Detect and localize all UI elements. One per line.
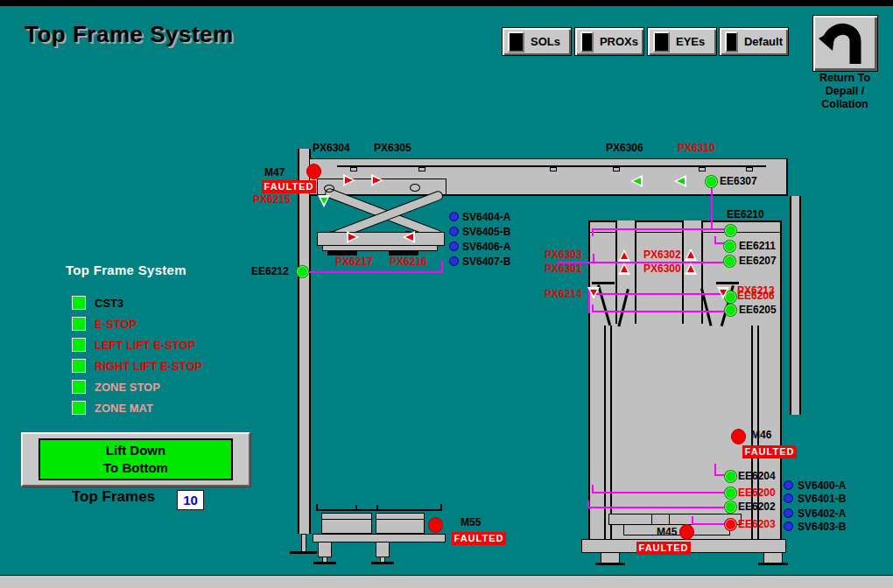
status-item-label: ZONE STOP	[95, 381, 160, 394]
m55-motor-indicator	[428, 517, 443, 533]
conveyor-rail-tab	[316, 504, 318, 511]
px6306-sensor-arrow	[629, 174, 643, 188]
conveyor-rail-tab	[440, 504, 442, 511]
proxs-lamp-icon	[580, 32, 594, 52]
label-ee6210: EE6210	[727, 208, 764, 220]
status-item-label: ZONE MAT	[95, 402, 153, 415]
px6217-sensor-arrow	[346, 230, 360, 244]
label-ee6307: EE6307	[720, 175, 757, 187]
sv6403-b-indicator	[784, 522, 793, 531]
toolbar-button-label: SOLs	[531, 35, 560, 48]
label-ee6200: EE6200	[738, 486, 776, 499]
lift-status-line1: Lift Down	[106, 442, 165, 459]
toolbar-button-label: EYEs	[676, 35, 705, 48]
label-px6310: PX6310	[678, 142, 715, 154]
return-button[interactable]	[812, 15, 878, 72]
rail-trolley-hook	[550, 167, 557, 172]
left-mast-rod	[301, 534, 306, 552]
conveyor-roller-line	[321, 519, 372, 520]
sensor-wire	[592, 304, 594, 312]
sensor-wire	[692, 516, 693, 524]
label-px6304: PX6304	[313, 142, 350, 154]
label-sv6402-a: SV6402-A	[798, 508, 846, 520]
sensor-wire	[714, 464, 716, 475]
scissor-platform	[317, 232, 445, 246]
sv6404-a-indicator	[449, 212, 459, 221]
right-guide-post	[790, 196, 801, 415]
toolbar-button-label: PROXs	[600, 35, 638, 48]
toolbar-button-eyes[interactable]: EYEs	[647, 27, 717, 56]
machine-foot	[758, 563, 788, 565]
ee6211-indicator	[724, 241, 735, 252]
label-px6305: PX6305	[374, 142, 411, 154]
toolbar-button-default[interactable]: Default	[719, 27, 789, 56]
window-bottom-strip	[0, 575, 893, 588]
status-panel-title: Top Frame System	[66, 262, 186, 277]
label-sv6406-a: SV6406-A	[462, 241, 510, 253]
status-item-label: E-STOP	[95, 318, 137, 331]
u-turn-arrow-icon	[813, 16, 874, 66]
label-px6214: PX6214	[545, 288, 582, 300]
toolbar-button-sols[interactable]: SOLs	[502, 27, 572, 56]
funnel-bracket-right	[716, 282, 739, 284]
machine-foot	[595, 563, 625, 565]
label-m46: M46	[751, 429, 771, 441]
sv6400-a-indicator	[784, 480, 793, 490]
ee6307-indicator	[706, 176, 717, 187]
return-button-caption: Return ToDepall /Collation	[807, 72, 882, 111]
window-top-bar	[0, 0, 893, 6]
conveyor-foot	[371, 562, 394, 564]
ee6203-indicator	[725, 519, 736, 530]
faulted-tag: FAULTED	[262, 180, 316, 193]
sensor-wire	[692, 523, 726, 525]
px6213-sensor-arrow	[716, 286, 730, 300]
scissor-pivot	[410, 184, 420, 192]
toolbar-button-proxs[interactable]: PROXs	[574, 27, 644, 56]
label-px6306: PX6306	[606, 142, 643, 154]
label-sv6407-b: SV6407-B	[462, 256, 510, 268]
eyes-lamp-icon	[653, 32, 670, 52]
status-indicator-square	[72, 359, 86, 373]
ee6212-indicator	[297, 266, 308, 277]
px6304-sensor-arrow	[342, 173, 356, 187]
ee6210-indicator	[725, 225, 736, 236]
px6310-sensor-arrow	[673, 174, 687, 188]
top-frames-value: 10	[177, 490, 204, 510]
toolbar-button-label: Default	[744, 35, 783, 48]
sols-lamp-icon	[508, 32, 524, 52]
px6302-sensor-arrow	[684, 248, 698, 262]
m45-motor-indicator	[679, 524, 694, 540]
left-mast-column	[298, 149, 311, 534]
sensor-wire	[592, 492, 727, 494]
label-sv6403-b: SV6403-B	[798, 521, 846, 533]
px6300-sensor-arrow	[684, 262, 698, 276]
sv6406-a-indicator	[449, 242, 459, 251]
rail-trolley-hook	[350, 167, 357, 172]
sv6405-b-indicator	[449, 227, 459, 236]
label-ee6202: EE6202	[738, 500, 776, 513]
px6301-sensor-arrow	[617, 262, 631, 276]
lift-status-line2: To Bottom	[103, 459, 168, 477]
sv6401-b-indicator	[784, 494, 793, 503]
conveyor-leg	[376, 542, 390, 557]
m47-motor-indicator	[306, 164, 321, 179]
scissor-pivot	[324, 185, 334, 192]
status-item-label: RIGHT LIFT E-STOP	[95, 360, 202, 373]
label-sv6404-a: SV6404-A	[462, 211, 510, 223]
ee6207-indicator	[724, 256, 735, 267]
m46-motor-indicator	[731, 429, 746, 444]
sensor-wire	[592, 228, 728, 230]
sensor-wire	[593, 254, 594, 262]
page-title: Top Frame System	[25, 21, 234, 48]
conveyor-roller-line	[376, 519, 425, 520]
label-px6301: PX6301	[545, 262, 582, 275]
return-caption-line: Return To	[807, 72, 882, 85]
label-ee6205: EE6205	[739, 304, 777, 316]
faulted-tag: FAULTED	[636, 542, 691, 555]
status-item-label: LEFT LIFT E-STOP	[95, 339, 195, 352]
rail-trolley-hook	[418, 167, 425, 172]
faulted-tag: FAULTED	[742, 445, 797, 458]
default-lamp-icon	[725, 32, 738, 52]
conveyor-rail-tab	[355, 505, 357, 510]
px6305-sensor-arrow	[370, 173, 384, 187]
